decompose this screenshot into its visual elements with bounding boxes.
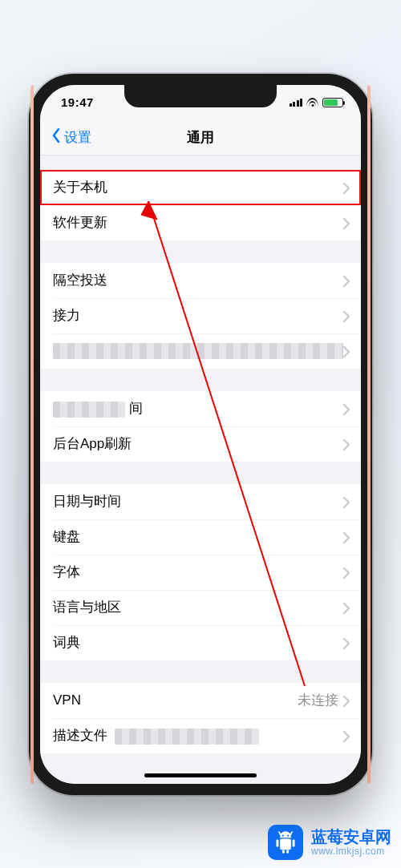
row-vpn[interactable]: VPN 未连接	[40, 683, 361, 718]
row-date-time[interactable]: 日期与时间	[40, 484, 361, 519]
chevron-right-icon	[343, 275, 350, 286]
row-label: 语言与地区	[53, 598, 343, 616]
phone-frame: 19:47 设置 通用	[29, 74, 372, 795]
wifi-icon	[306, 98, 318, 107]
chevron-right-icon	[343, 637, 350, 648]
chevron-right-icon	[343, 217, 350, 228]
row-label: 描述文件	[53, 726, 343, 745]
home-indicator[interactable]	[144, 773, 257, 777]
nav-bar: 设置 通用	[40, 120, 361, 155]
row-fonts[interactable]: 字体	[40, 555, 361, 590]
chevron-right-icon	[343, 310, 350, 321]
row-label: 关于本机	[53, 178, 343, 196]
row-label: 隔空投送	[53, 271, 343, 289]
row-label: 间	[53, 399, 343, 418]
chevron-left-icon	[51, 127, 61, 147]
row-label: 日期与时间	[53, 492, 343, 511]
chevron-right-icon	[343, 345, 350, 357]
row-software-update[interactable]: 软件更新	[40, 205, 361, 240]
row-background-refresh[interactable]: 后台App刷新	[40, 426, 361, 462]
screen: 19:47 设置 通用	[40, 85, 361, 784]
chevron-right-icon	[343, 438, 350, 450]
row-censored[interactable]	[40, 333, 361, 369]
row-keyboard[interactable]: 键盘	[40, 519, 361, 555]
row-language-region[interactable]: 语言与地区	[40, 590, 361, 625]
chevron-right-icon	[343, 531, 350, 543]
back-label: 设置	[64, 128, 91, 147]
row-handoff[interactable]: 接力	[40, 298, 361, 333]
row-airdrop[interactable]: 隔空投送	[40, 263, 361, 298]
row-label: 字体	[53, 563, 343, 581]
row-label: 后台App刷新	[53, 434, 343, 453]
chevron-right-icon	[343, 695, 350, 706]
battery-icon	[322, 98, 343, 107]
cellular-icon	[290, 99, 303, 107]
page-title: 通用	[187, 128, 214, 147]
row-label: VPN	[53, 692, 298, 709]
label-suffix: 间	[129, 401, 143, 416]
censored-segment	[115, 729, 259, 745]
row-label: 词典	[53, 633, 343, 652]
censored-segment	[53, 402, 125, 418]
notch	[124, 85, 277, 107]
row-profiles[interactable]: 描述文件	[40, 718, 361, 753]
label-prefix: 描述文件	[53, 728, 107, 743]
row-about[interactable]: 关于本机	[40, 170, 361, 205]
row-dictionary[interactable]: 词典	[40, 625, 361, 660]
back-button[interactable]: 设置	[47, 120, 96, 155]
chevron-right-icon	[343, 730, 350, 741]
settings-list[interactable]: 关于本机 软件更新 隔空投送 接力	[40, 155, 361, 784]
censored-label	[53, 343, 343, 359]
row-label: 接力	[53, 306, 343, 325]
chevron-right-icon	[343, 403, 350, 414]
chevron-right-icon	[343, 602, 350, 613]
status-time: 19:47	[61, 95, 94, 109]
row-label: 软件更新	[53, 213, 343, 232]
chevron-right-icon	[343, 567, 350, 578]
chevron-right-icon	[343, 182, 350, 193]
row-censored-partial[interactable]: 间	[40, 391, 361, 426]
status-icons	[290, 98, 344, 107]
row-value: 未连接	[298, 691, 338, 709]
chevron-right-icon	[343, 496, 350, 507]
row-label: 键盘	[53, 527, 343, 546]
